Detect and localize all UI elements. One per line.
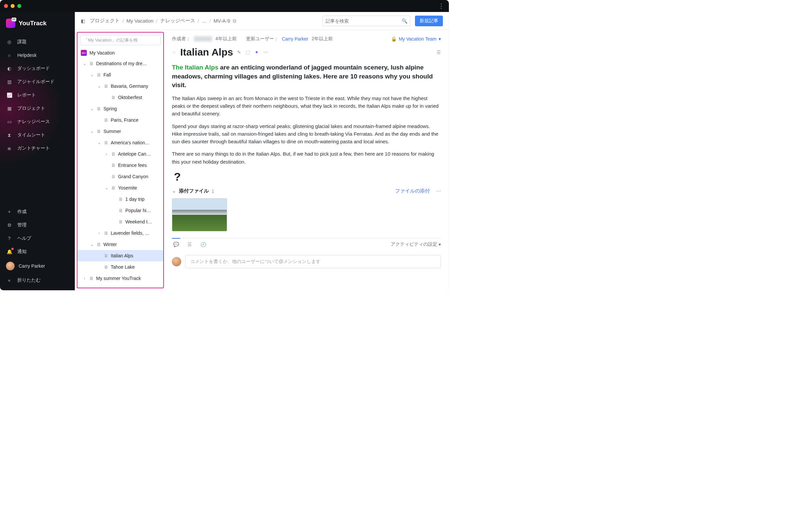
nav-label: ダッシュボード xyxy=(17,65,50,72)
nav-helpdesk[interactable]: ☼Helpdesk xyxy=(0,49,75,62)
search-box[interactable]: 🔍 xyxy=(323,16,410,26)
tree-item[interactable]: 🗎Paris, France xyxy=(77,114,163,126)
nav-agile[interactable]: ▥アジャイルボード xyxy=(0,75,75,89)
tree-item[interactable]: ⌄🗎Bavaria, Germany xyxy=(77,80,163,92)
tree-item[interactable]: ⌄🗎America's nation… xyxy=(77,137,163,148)
nav-issues[interactable]: ◎課題 xyxy=(0,35,75,49)
chevron-down-icon[interactable]: ⌄ xyxy=(90,129,94,134)
tree-item[interactable]: ⌄🗎Winter xyxy=(77,239,163,250)
window-titlebar: ⋮ xyxy=(0,0,449,12)
tree-item[interactable]: 🗎Popular hi… xyxy=(77,205,163,216)
nav-help[interactable]: ?ヘルプ xyxy=(0,232,75,245)
attachments-more-icon[interactable]: ⋯ xyxy=(436,188,441,194)
app-logo[interactable]: YouTrack xyxy=(0,17,75,35)
crumb-project[interactable]: My Vacation xyxy=(126,18,153,24)
maximize-window-button[interactable] xyxy=(17,4,21,8)
chevron-down-icon[interactable]: ⌄ xyxy=(97,141,101,145)
nav-notifications[interactable]: 🔔通知 xyxy=(0,245,75,258)
copy-link-icon[interactable]: ⧉ xyxy=(233,18,236,24)
attachments-label: 添付ファイル xyxy=(179,188,209,194)
tree-item-label: Destinations of my dre… xyxy=(96,61,147,66)
tree-item[interactable]: 🗎Italian Alps xyxy=(77,250,163,261)
chevron-down-icon[interactable]: ⌄ xyxy=(104,186,109,190)
tree-item[interactable]: ›🗎Lavender fields, … xyxy=(77,227,163,239)
attachment-thumbnail[interactable] xyxy=(172,198,227,231)
document-icon: 🗎 xyxy=(111,174,116,179)
current-user[interactable]: Carry Parker xyxy=(0,258,75,274)
chevron-down-icon[interactable]: ⌄ xyxy=(97,84,101,89)
document-icon: 🗎 xyxy=(111,151,116,157)
article-view: 作成者： xxxxx 4年以上前 更新ユーザー： Carry Parker 2年… xyxy=(164,30,449,290)
crumb-projects[interactable]: プロジェクト xyxy=(90,18,120,24)
chevron-down-icon[interactable]: ⌄ xyxy=(90,107,94,111)
tree-item[interactable]: ⌄🗎Yosemite xyxy=(77,182,163,193)
close-window-button[interactable] xyxy=(4,4,8,8)
star-icon[interactable]: ☆ xyxy=(172,50,176,55)
chevron-right-icon[interactable]: › xyxy=(82,276,87,280)
nav-create[interactable]: ＋作成 xyxy=(0,205,75,218)
nav-collapse[interactable]: «折りたたむ xyxy=(0,274,75,287)
crumb-ellipsis[interactable]: … xyxy=(202,18,207,24)
avatar xyxy=(6,262,15,270)
topbar: ◧ プロジェクト/ My Vacation/ ナレッジベース/ …/ MV-A-… xyxy=(75,12,449,30)
chevron-down-icon[interactable]: ⌄ xyxy=(90,242,94,247)
tab-list[interactable]: ☰ xyxy=(186,239,193,250)
plus-icon: ＋ xyxy=(6,208,13,215)
grid-icon: ▦ xyxy=(6,105,13,112)
nav-label: レポート xyxy=(17,92,36,98)
document-icon: 🗎 xyxy=(111,163,116,168)
tree-item[interactable]: 🗎1 day trip xyxy=(77,193,163,205)
chevron-down-icon[interactable]: ⌄ xyxy=(90,73,94,77)
toc-icon[interactable]: ☰ xyxy=(437,50,441,55)
chevron-right-icon[interactable]: › xyxy=(97,231,101,235)
nav-knowledge-base[interactable]: ▭ナレッジベース xyxy=(0,115,75,128)
chevron-right-icon[interactable]: › xyxy=(104,152,109,156)
ai-icon[interactable]: ✦ xyxy=(255,50,259,55)
tree-item[interactable]: 🗎Tahoe Lake xyxy=(77,261,163,273)
tree-item[interactable]: 🗎Grand Canyon xyxy=(77,171,163,182)
tree-item[interactable]: ⌄🗎Spring xyxy=(77,103,163,114)
toggle-tree-icon[interactable]: ◧ xyxy=(81,18,85,24)
updated-by-link[interactable]: Carry Parker xyxy=(282,36,308,41)
new-article-button[interactable]: 新規記事 xyxy=(415,16,443,26)
tree-item[interactable]: ⌄🗎Fall xyxy=(77,69,163,80)
tree-item[interactable]: 🗎Oktoberfest xyxy=(77,92,163,103)
tree-item[interactable]: ⌄🗎Summer xyxy=(77,126,163,137)
minimize-window-button[interactable] xyxy=(11,4,15,8)
visibility-selector[interactable]: 🔒 My Vacation Team ▾ xyxy=(391,36,441,41)
tree-project-root[interactable]: MV My Vacation xyxy=(77,48,163,58)
tree-item[interactable]: 🗎Weekend t… xyxy=(77,216,163,227)
nav-projects[interactable]: ▦プロジェクト xyxy=(0,102,75,115)
tab-history[interactable]: 🕘 xyxy=(199,239,208,250)
search-input[interactable] xyxy=(325,18,402,24)
tree-item[interactable]: 🗎Entrance fees xyxy=(77,159,163,171)
tag-icon[interactable]: ⬚ xyxy=(246,50,250,55)
crumb-kb[interactable]: ナレッジベース xyxy=(160,18,195,24)
nav-timesheets[interactable]: ⧗タイムシート xyxy=(0,128,75,141)
comment-input[interactable]: コメントを書くか、他のユーザーについて@メンションします xyxy=(185,255,441,268)
nav-admin[interactable]: ⚙管理 xyxy=(0,218,75,232)
attachments-header[interactable]: ⌄ 添付ファイル 1 ファイルの添付 ⋯ xyxy=(172,188,441,194)
nav-dashboard[interactable]: ◐ダッシュボード xyxy=(0,62,75,75)
activity-settings[interactable]: アクティビティの設定 ▾ xyxy=(391,241,441,247)
edit-icon[interactable]: ✎ xyxy=(237,50,241,55)
tab-comments[interactable]: 💬 xyxy=(172,238,180,250)
more-icon[interactable]: ⋯ xyxy=(263,50,268,55)
document-lock-icon: 🗎 xyxy=(103,253,109,258)
titlebar-more-icon[interactable]: ⋮ xyxy=(438,2,444,10)
tree-search[interactable]: 「My Vacation」の記事を検 xyxy=(80,35,160,45)
crumb-article-id[interactable]: MV-A-9 xyxy=(213,18,230,24)
article-paragraph: Spend your days staring at razor-sharp v… xyxy=(172,122,441,146)
nav-reports[interactable]: 📈レポート xyxy=(0,89,75,102)
tree-item-label: Weekend t… xyxy=(125,219,152,225)
bell-icon: 🔔 xyxy=(6,248,13,255)
chevron-down-icon[interactable]: ⌄ xyxy=(82,61,87,66)
tree-item[interactable]: ⌄🗎Destinations of my dre… xyxy=(77,58,163,69)
tree-item-label: Summer xyxy=(103,129,121,134)
nav-label: ヘルプ xyxy=(17,235,31,241)
nav-gantt[interactable]: ≣ガントチャート xyxy=(0,141,75,155)
tree-item[interactable]: ›🗎My summer YouTrack xyxy=(77,273,163,284)
add-attachment-link[interactable]: ファイルの添付 xyxy=(395,188,430,194)
tree-search-placeholder: 「My Vacation」の記事を検 xyxy=(84,37,138,43)
tree-item[interactable]: ›🗎Antelope Can… xyxy=(77,148,163,159)
